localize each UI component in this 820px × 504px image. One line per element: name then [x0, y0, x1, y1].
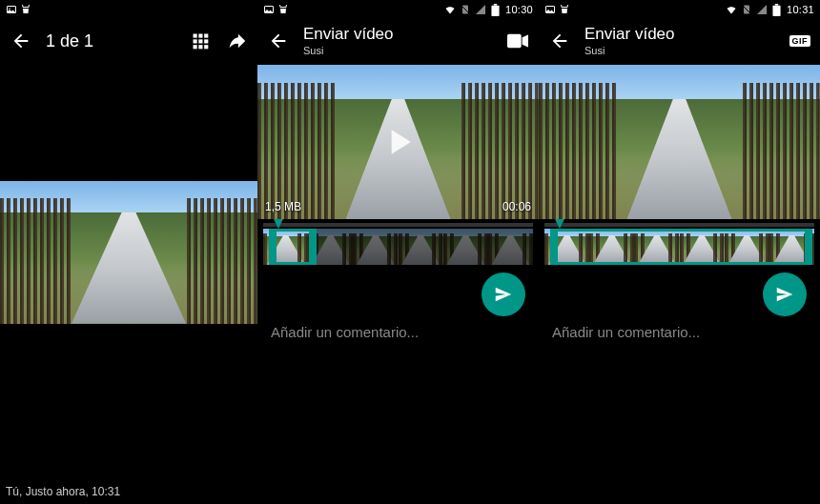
status-clock: 10:30 — [505, 4, 533, 15]
send-gif-screen: 10:31 Enviar vídeo Susi GIF — [539, 0, 820, 504]
recipient-name: Susi — [584, 45, 675, 57]
no-sim-icon — [460, 4, 471, 15]
svg-rect-15 — [494, 4, 497, 6]
back-arrow-icon[interactable] — [267, 30, 290, 52]
image-status-icon — [263, 4, 275, 15]
svg-rect-6 — [198, 39, 202, 43]
screen-title: Enviar vídeo — [303, 25, 394, 44]
screen-title: Enviar vídeo — [584, 25, 675, 44]
svg-rect-10 — [204, 45, 208, 49]
shopping-status-icon — [20, 4, 31, 15]
gallery-app-bar: 1 de 1 — [0, 19, 257, 63]
trim-timeline[interactable] — [539, 219, 820, 265]
battery-icon — [490, 4, 502, 15]
playhead-marker[interactable] — [274, 219, 283, 229]
playhead-marker[interactable] — [555, 219, 564, 229]
forward-share-icon[interactable] — [225, 30, 248, 52]
svg-rect-16 — [507, 34, 522, 49]
video-thumbnail-art — [0, 181, 257, 324]
svg-rect-4 — [204, 34, 208, 38]
wifi-icon — [444, 4, 456, 15]
svg-point-1 — [9, 8, 10, 10]
send-app-bar: Enviar vídeo Susi GIF — [539, 19, 820, 63]
video-preview[interactable] — [539, 65, 820, 219]
svg-rect-20 — [773, 5, 781, 15]
wifi-icon — [726, 4, 737, 15]
svg-rect-8 — [194, 45, 197, 49]
comment-input[interactable]: Añadir un comentario... — [539, 316, 820, 340]
svg-rect-9 — [198, 45, 202, 49]
status-clock: 10:31 — [787, 4, 814, 15]
back-arrow-icon[interactable] — [10, 30, 32, 52]
battery-icon — [771, 4, 783, 15]
status-bar: 10:30 — [257, 0, 539, 19]
status-bar — [0, 0, 257, 19]
svg-rect-5 — [194, 39, 197, 43]
video-preview[interactable]: 1,5 MB 00:06 — [257, 65, 539, 219]
image-counter: 1 de 1 — [46, 31, 93, 51]
gif-mode-toggle[interactable]: GIF — [789, 35, 811, 47]
gallery-viewer-screen: 1 de 1 Tú, Justo ahora, 10:31 — [0, 0, 257, 504]
recipient-name: Susi — [303, 45, 394, 57]
shopping-status-icon — [277, 4, 289, 15]
trim-timeline[interactable] — [257, 219, 539, 265]
svg-rect-2 — [194, 34, 197, 38]
play-icon[interactable] — [378, 121, 420, 163]
send-video-screen: 10:30 Enviar vídeo Susi 1,5 MB 00:06 — [257, 0, 539, 504]
svg-rect-7 — [204, 39, 208, 43]
file-size: 1,5 MB — [265, 200, 301, 213]
grid-view-icon[interactable] — [189, 30, 212, 52]
video-thumbnail-art — [539, 65, 820, 219]
send-button[interactable] — [482, 272, 525, 316]
signal-icon — [756, 4, 768, 15]
status-bar: 10:31 — [539, 0, 820, 19]
svg-rect-3 — [198, 34, 202, 38]
back-arrow-icon[interactable] — [548, 30, 571, 52]
comment-input[interactable]: Añadir un comentario... — [257, 316, 539, 340]
video-duration: 00:06 — [502, 200, 531, 213]
send-button[interactable] — [763, 272, 807, 316]
image-status-icon — [6, 4, 17, 15]
svg-rect-21 — [775, 4, 778, 6]
media-preview[interactable] — [0, 181, 257, 324]
shopping-status-icon — [559, 4, 570, 15]
svg-rect-14 — [492, 5, 500, 15]
video-mode-toggle-icon[interactable] — [506, 30, 529, 52]
image-status-icon — [544, 4, 556, 15]
send-app-bar: Enviar vídeo Susi — [257, 19, 539, 63]
signal-icon — [475, 4, 486, 15]
media-meta: Tú, Justo ahora, 10:31 — [6, 485, 120, 498]
no-sim-icon — [741, 4, 752, 15]
